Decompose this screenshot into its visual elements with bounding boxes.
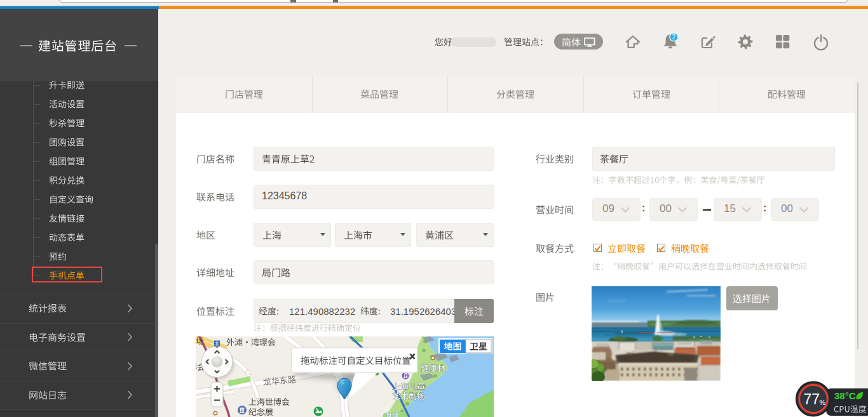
svg-text:2: 2	[672, 33, 676, 41]
svg-text:77: 77	[803, 391, 820, 407]
svg-text:%: %	[820, 399, 826, 406]
